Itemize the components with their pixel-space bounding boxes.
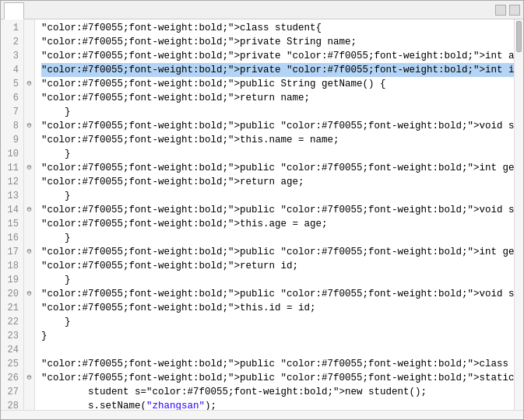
line-number: 6 [1, 91, 23, 105]
fold-marker [24, 21, 34, 35]
code-line: "color:#7f0055;font-weight:bold;">public… [41, 203, 514, 217]
fold-marker [24, 329, 34, 343]
line-number: 28 [1, 399, 23, 410]
code-line: "color:#7f0055;font-weight:bold;">public… [41, 357, 514, 371]
scroll-thumb[interactable] [516, 21, 522, 52]
line-number: 21 [1, 301, 23, 315]
fold-marker[interactable]: ⊖ [24, 119, 34, 133]
fold-marker [24, 175, 34, 189]
line-number: 11 [1, 161, 23, 175]
code-line: "color:#7f0055;font-weight:bold;">public… [41, 161, 514, 175]
code-line: "color:#7f0055;font-weight:bold;">this.i… [41, 301, 514, 315]
line-number: 16 [1, 231, 23, 245]
code-line: "color:#7f0055;font-weight:bold;">public… [41, 371, 514, 385]
line-number: 24 [1, 343, 23, 357]
bottom-scrollbar[interactable] [1, 410, 523, 419]
fold-marker [24, 189, 34, 203]
fold-gutter: ⊖⊖⊖⊖⊖⊖⊖ [24, 19, 35, 410]
code-line: "color:#7f0055;font-weight:bold;">return… [41, 259, 514, 273]
fold-marker [24, 217, 34, 231]
fold-marker [24, 301, 34, 315]
fold-marker[interactable]: ⊖ [24, 77, 34, 91]
fold-marker[interactable]: ⊖ [24, 203, 34, 217]
line-number: 10 [1, 147, 23, 161]
fold-marker [24, 399, 34, 410]
fold-marker[interactable]: ⊖ [24, 245, 34, 259]
line-number: 25 [1, 357, 23, 371]
fold-marker [24, 91, 34, 105]
code-line: "color:#7f0055;font-weight:bold;">return… [41, 175, 514, 189]
code-line: } [41, 105, 514, 119]
fold-marker [24, 231, 34, 245]
code-line: student s="color:#7f0055;font-weight:bol… [41, 385, 514, 399]
code-line: "color:#7f0055;font-weight:bold;">public… [41, 245, 514, 259]
line-number: 5 [1, 77, 23, 91]
tab-bar [1, 1, 523, 19]
line-number: 13 [1, 189, 23, 203]
code-line: "color:#7f0055;font-weight:bold;">this.n… [41, 133, 514, 147]
code-line: } [41, 231, 514, 245]
code-line: "color:#7f0055;font-weight:bold;">privat… [41, 49, 514, 63]
fold-marker [24, 35, 34, 49]
line-number: 22 [1, 315, 23, 329]
minimize-button[interactable] [495, 5, 506, 16]
code-area[interactable]: "color:#7f0055;font-weight:bold;">class … [35, 19, 514, 410]
line-number: 14 [1, 203, 23, 217]
line-number: 3 [1, 49, 23, 63]
editor-window: 1234567891011121314151617181920212223242… [0, 0, 524, 420]
code-line: } [41, 189, 514, 203]
line-number: 26 [1, 371, 23, 385]
code-line: s.setName("zhangsan"); [41, 399, 514, 410]
line-number: 4 [1, 63, 23, 77]
code-line: } [41, 315, 514, 329]
fold-marker[interactable]: ⊖ [24, 287, 34, 301]
line-number: 27 [1, 385, 23, 399]
code-line: } [41, 147, 514, 161]
code-line: "color:#7f0055;font-weight:bold;">class … [41, 21, 514, 35]
code-line: } [41, 329, 514, 343]
line-number: 12 [1, 175, 23, 189]
fold-marker [24, 385, 34, 399]
code-line: "color:#7f0055;font-weight:bold;">return… [41, 91, 514, 105]
line-number: 15 [1, 217, 23, 231]
fold-marker [24, 147, 34, 161]
fold-marker [24, 343, 34, 357]
code-line: "color:#7f0055;font-weight:bold;">privat… [41, 63, 514, 77]
fold-marker [24, 133, 34, 147]
code-line [41, 343, 514, 357]
fold-marker [24, 259, 34, 273]
fold-marker [24, 357, 34, 371]
code-line: } [41, 273, 514, 287]
fold-marker [24, 63, 34, 77]
fold-marker [24, 105, 34, 119]
code-line: "color:#7f0055;font-weight:bold;">public… [41, 119, 514, 133]
window-controls [495, 5, 523, 16]
fold-marker[interactable]: ⊖ [24, 161, 34, 175]
line-number: 7 [1, 105, 23, 119]
code-line: "color:#7f0055;font-weight:bold;">privat… [41, 35, 514, 49]
code-line: "color:#7f0055;font-weight:bold;">public… [41, 77, 514, 91]
code-line: "color:#7f0055;font-weight:bold;">public… [41, 287, 514, 301]
line-numbers: 1234567891011121314151617181920212223242… [1, 19, 24, 410]
scrollbar[interactable] [514, 19, 523, 410]
code-line: "color:#7f0055;font-weight:bold;">this.a… [41, 217, 514, 231]
line-number: 18 [1, 259, 23, 273]
line-number: 9 [1, 133, 23, 147]
line-number: 2 [1, 35, 23, 49]
editor-tab[interactable] [4, 2, 24, 19]
fold-marker [24, 49, 34, 63]
maximize-button[interactable] [509, 5, 520, 16]
line-number: 19 [1, 273, 23, 287]
line-number: 17 [1, 245, 23, 259]
fold-marker [24, 315, 34, 329]
editor-body: 1234567891011121314151617181920212223242… [1, 19, 523, 410]
fold-marker[interactable]: ⊖ [24, 371, 34, 385]
line-number: 23 [1, 329, 23, 343]
line-number: 1 [1, 21, 23, 35]
fold-marker [24, 273, 34, 287]
line-number: 8 [1, 119, 23, 133]
line-number: 20 [1, 287, 23, 301]
